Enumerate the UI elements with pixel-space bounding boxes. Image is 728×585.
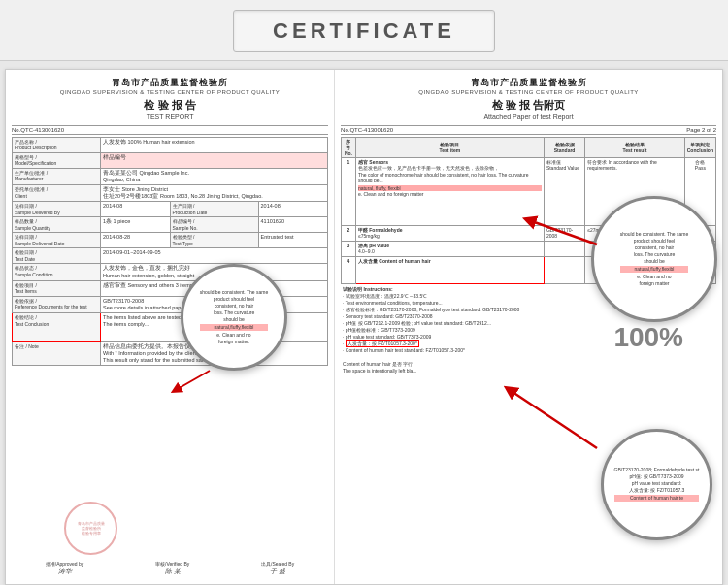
table-header-row: 序号No. 检验项目Test item 检验依据Standard 检验结果Tes… [342, 137, 716, 157]
value-cell: 1条 1 piece [101, 217, 171, 233]
right-org-cn: 青岛市产品质量监督检验所 [341, 78, 716, 89]
table-row: 送样日期 /Sample Delivered By 2014-08 生产日期 /… [13, 202, 328, 217]
value-cell: 2014-08-28 [101, 233, 171, 248]
percent-display: 100% [613, 322, 683, 353]
row-standard [544, 256, 584, 283]
space-note: The space is intentionally left bla... [343, 368, 416, 374]
label-cell: 检验依据 /Reference Documents for the test [13, 296, 101, 312]
test-conclusion-label: 检验结论 /Test Conclusion [13, 313, 101, 342]
label-cell: 规格型号 /Model/Specification [13, 152, 101, 168]
table-row: 送样日期 /Sample Delivered Date 2014-08-28 检… [13, 233, 328, 248]
right-doc-no-label: No.QTC-413001620 [341, 127, 393, 133]
value-cell: 青岛某某公司 Qingdao Sample Inc.Qingdao, China [101, 168, 328, 184]
col-no: 序号No. [342, 137, 356, 157]
highlight-text-rt: natural,fluffy,flexibl [620, 266, 689, 273]
label-cell: 备注 / Note [13, 342, 101, 366]
row-item: 甲醛 Formaldehyde≤75mg/kg [355, 225, 544, 241]
right-title-en: Attached Paper of test Report [341, 113, 716, 121]
main-content: 青岛市产品质量监督检验所 QINGDAO SUPERVISION & TESTI… [5, 69, 723, 585]
table-row: 样品数量 /Sample Quantity 1条 1 piece 样品编号 /S… [13, 217, 328, 233]
official-stamp: 青岛市产品质量监督检验所检验专用章 [64, 502, 117, 555]
table-row: 检验日期 /Test Date 2014-09-01~2014-09-05 [13, 248, 328, 264]
magnifier-left-text: should be consistent. The same product s… [196, 285, 273, 349]
table-row: 产品名称 /Product Description 人发发饰 100% Huma… [13, 137, 328, 152]
row-no: 3 [342, 241, 356, 256]
row-standard: 标准值Standard Value [544, 157, 584, 225]
row-item: 人发含量 Content of human hair [355, 256, 544, 283]
row-item: 感官 Sensors 色差发色应一致，见产品色卡手册一致，无天然发色，去除杂物，… [355, 157, 544, 225]
svg-line-0 [176, 371, 210, 390]
sealed-name: 子 盛 [261, 567, 294, 576]
label-cell: 生产单位/批准 /Manufacturer [13, 168, 101, 184]
right-doc-header: 青岛市产品质量监督检验所 QINGDAO SUPERVISION & TESTI… [341, 78, 716, 121]
value-cell: 样品编号 [101, 152, 328, 168]
highlight-text: natural,fluffy,flexibl [200, 324, 269, 331]
right-doc-page: Page 2 of 2 [686, 127, 716, 133]
magnifier-left: should be consistent. The same product s… [181, 264, 287, 371]
left-org-cn: 青岛市产品质量监督检验所 [12, 78, 328, 89]
label-cell: 检验项目 /Test Items [13, 280, 101, 296]
right-doc-no: No.QTC-413001620 Page 2 of 2 [341, 125, 716, 135]
label-cell: 送样日期 /Sample Delivered By [13, 202, 101, 217]
human-hair-highlight: 人发含量：按 FZ/T01057.3-200* [346, 340, 419, 347]
col-result: 检验结果Test result [585, 137, 684, 157]
left-org-en: QINGDAO SUPERVISION & TESTING CENTER OF … [12, 89, 328, 97]
right-title-cn: 检 验 报 告附页 [341, 98, 716, 112]
stamp-text: 青岛市产品质量监督检验所检验专用章 [78, 521, 105, 536]
value-cell: 2014-09-01~2014-09-05 [101, 248, 328, 264]
magnifier-right-bottom-text: GB/T23170-2008; Formaldehyde test st pH值… [611, 463, 704, 506]
table-row: 规格型号 /Model/Specification 样品编号 [13, 152, 328, 168]
verified-name: 陈 某 [155, 567, 189, 576]
magnifier-right-top: should be consistent. The same product s… [591, 196, 717, 322]
label-cell: 样品数量 /Sample Quantity [13, 217, 101, 233]
left-doc-no-label: No.QTC-413001620 [12, 127, 64, 133]
instructions-label: 试验说明 Instructions: [343, 286, 393, 292]
left-title-en: TEST REPORT [12, 113, 328, 121]
label-cell: 生产日期 /Production Date [170, 202, 258, 217]
left-document: 青岛市产品质量监督检验所 QINGDAO SUPERVISION & TESTI… [6, 70, 335, 584]
approved-sig: 批准/Approved by 涛华 [46, 561, 83, 576]
table-row: 委托单位/批准 /Client 李女士 Store Jining Distric… [13, 185, 328, 202]
row-item: 游离 pH value4.0~9.0 [355, 241, 544, 256]
table-row: 样品状态 /Sample Condition 人发发饰，金色，直发，捆扎完好Hu… [13, 264, 328, 280]
label-cell: 产品名称 /Product Description [13, 137, 101, 152]
label-cell: 送样日期 /Sample Delivered Date [13, 233, 101, 248]
right-org-en: QINGDAO SUPERVISION & TESTING CENTER OF … [341, 89, 716, 97]
table-row: 生产单位/批准 /Manufacturer 青岛某某公司 Qingdao Sam… [13, 168, 328, 184]
left-doc-no: No.QTC-413001620 [12, 125, 328, 135]
signatures: 批准/Approved by 涛华 审核/Verified By 陈 某 出具/… [10, 561, 330, 576]
value-cell: 41101620 [258, 217, 328, 233]
page-title: CERTIFICATE [273, 18, 455, 43]
left-doc-header: 青岛市产品质量监督检验所 QINGDAO SUPERVISION & TESTI… [12, 78, 328, 121]
label-cell: 委托单位/批准 /Client [13, 185, 101, 202]
bottom-text: Content of human hair 是否 字行 [343, 361, 413, 367]
approved-name: 涛华 [46, 567, 83, 576]
percent-100-text: 100% [613, 322, 683, 352]
verified-sig: 审核/Verified By 陈 某 [155, 561, 189, 576]
magnifier-right-bottom: GB/T23170-2008; Formaldehyde test st pH值… [601, 429, 712, 540]
value-cell: 2014-08 [258, 202, 328, 217]
svg-line-2 [510, 390, 597, 448]
row-no: 1 [342, 157, 356, 225]
label-cell: 检验日期 /Test Date [13, 248, 101, 264]
page-header: CERTIFICATE [0, 0, 728, 61]
col-standard: 检验依据Standard [544, 137, 584, 157]
right-document: 青岛市产品质量监督检验所 QINGDAO SUPERVISION & TESTI… [335, 70, 722, 584]
label-cell: 样品状态 /Sample Condition [13, 264, 101, 280]
left-title-cn: 检 验 报 告 [12, 98, 328, 112]
table-row: 备注 / Note 样品信息由委托方提供。本报告仅适用于受检样品。With * … [13, 342, 328, 366]
highlight-text-rb: Content of human hair te [614, 495, 700, 502]
row-no: 4 [342, 256, 356, 283]
value-cell: Entrusted test [258, 233, 328, 248]
magnifier-right-top-text: should be consistent. The same product s… [616, 227, 693, 291]
sealed-sig: 出具/Sealed By 子 盛 [261, 561, 294, 576]
row-standard [544, 241, 584, 256]
title-box: CERTIFICATE [233, 10, 495, 52]
col-conclusion: 单项判定Conclusion [684, 137, 715, 157]
row-standard: GB/T23170-2008 [544, 225, 584, 241]
col-item: 检验项目Test item [355, 137, 544, 157]
value-cell: 人发发饰 100% Human hair extension [101, 137, 328, 152]
value-cell: 2014-08 [101, 202, 171, 217]
label-cell: 检验类型 /Test Type [170, 233, 258, 248]
label-cell: 样品编号 /Sample No. [170, 217, 258, 233]
